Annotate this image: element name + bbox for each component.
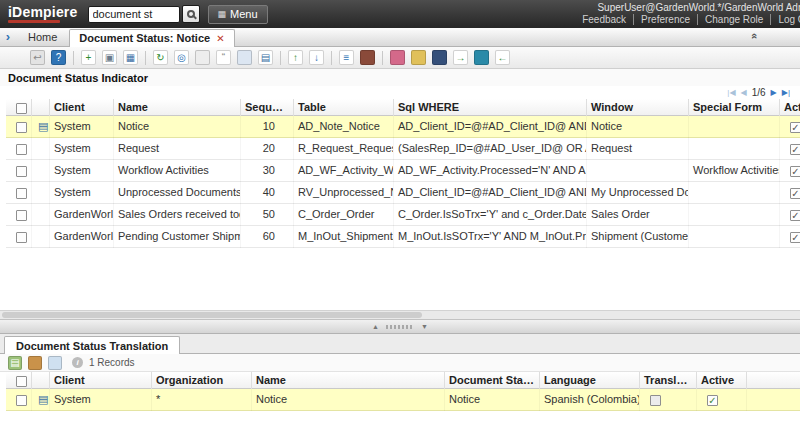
active-checkbox[interactable] xyxy=(790,144,800,155)
delete-record-icon[interactable] xyxy=(28,356,42,370)
print-icon[interactable] xyxy=(237,50,252,65)
records-info-icon: i xyxy=(72,357,83,368)
active-checkbox[interactable] xyxy=(790,188,800,199)
last-page-button[interactable]: ▶| xyxy=(782,88,790,98)
active-checkbox[interactable] xyxy=(790,210,800,221)
table-row-pending-shipments[interactable]: GardenWorld Pending Customer Shipments 6… xyxy=(6,226,800,248)
search-button[interactable] xyxy=(182,5,200,23)
active-checkbox[interactable] xyxy=(707,395,718,406)
cell-table: RV_Unprocessed_Not Pro... xyxy=(294,182,394,204)
col-special-form[interactable]: Special Form xyxy=(689,99,780,116)
col-table[interactable]: Table xyxy=(294,99,394,116)
cell-window: Sales Order xyxy=(587,204,689,226)
report-icon[interactable]: ≡ xyxy=(339,50,354,65)
cell-active xyxy=(697,389,747,411)
next-page-button[interactable]: ▶ xyxy=(771,88,777,98)
translated-checkbox[interactable] xyxy=(650,395,661,406)
find-icon[interactable]: ◎ xyxy=(174,50,189,65)
feedback-link[interactable]: Feedback xyxy=(582,14,626,25)
select-all-checkbox[interactable] xyxy=(16,103,27,114)
refresh-icon[interactable]: ↻ xyxy=(153,50,168,65)
active-checkbox[interactable] xyxy=(790,122,800,133)
grid-toggle-icon[interactable]: ▤ xyxy=(258,50,273,65)
cell-name: Request xyxy=(114,138,241,160)
col-active[interactable]: Active xyxy=(697,372,747,389)
row-checkbox[interactable] xyxy=(16,232,27,243)
tab-home[interactable]: Home xyxy=(16,29,69,45)
toggle-view-icon[interactable]: ▤ xyxy=(8,356,22,370)
copy-record-icon[interactable]: ▣ xyxy=(102,50,117,65)
detail-select-all-checkbox[interactable] xyxy=(16,376,27,387)
table-row-request[interactable]: System Request 20 R_Request_Request (Sal… xyxy=(6,138,800,160)
table-row-unprocessed-documents[interactable]: System Unprocessed Documents 40 RV_Unpro… xyxy=(6,182,800,204)
col-sequence[interactable]: Sequence xyxy=(241,99,294,116)
help-icon[interactable]: ? xyxy=(51,50,66,65)
col-language[interactable]: Language xyxy=(540,372,640,389)
close-tab-icon[interactable]: ✕ xyxy=(216,33,224,44)
change-role-link[interactable]: Change Role xyxy=(697,14,763,25)
active-checkbox[interactable] xyxy=(790,232,800,243)
table-row-workflow-activities[interactable]: System Workflow Activities 30 AD_WF_Acti… xyxy=(6,160,800,182)
customize-grid-icon[interactable] xyxy=(48,356,62,370)
cell-select xyxy=(6,116,32,138)
import-icon[interactable]: ← xyxy=(495,50,510,65)
col-name[interactable]: Name xyxy=(252,372,445,389)
splitter-grip[interactable] xyxy=(386,325,414,329)
row-checkbox[interactable] xyxy=(16,144,27,155)
zoom-across-icon[interactable] xyxy=(474,50,489,65)
panel-splitter[interactable]: ▲ ▼ xyxy=(0,319,800,334)
col-client[interactable]: Client xyxy=(50,99,114,116)
request-icon[interactable] xyxy=(390,50,405,65)
chat-icon[interactable]: “ xyxy=(216,50,231,65)
col-organization[interactable]: Organization xyxy=(152,372,252,389)
export-icon[interactable] xyxy=(411,50,426,65)
save-icon[interactable]: ▦ xyxy=(123,50,138,65)
detail-record-icon[interactable]: ↓ xyxy=(309,50,324,65)
splitter-collapse-down-icon[interactable]: ▼ xyxy=(421,322,428,331)
csv-import-icon[interactable]: → xyxy=(453,50,468,65)
ignore-icon[interactable]: ↩ xyxy=(30,50,45,65)
translation-row[interactable]: ▤ System * Notice Notice Spanish (Colomb… xyxy=(6,389,800,411)
search-input[interactable] xyxy=(88,6,180,23)
cell-row-indicator xyxy=(32,138,50,160)
detail-empty-area xyxy=(0,411,800,446)
row-checkbox[interactable] xyxy=(16,122,27,133)
col-active[interactable]: Active xyxy=(780,99,800,116)
splitter-collapse-up-icon[interactable]: ▲ xyxy=(372,322,379,331)
preference-link[interactable]: Preference xyxy=(633,14,690,25)
table-row-notice[interactable]: ▤ System Notice 10 AD_Note_Notice AD_Cli… xyxy=(6,116,800,138)
first-page-button[interactable]: |◀ xyxy=(727,88,735,98)
parent-record-icon[interactable]: ↑ xyxy=(288,50,303,65)
database-export-icon[interactable] xyxy=(432,50,447,65)
toolbar-separator xyxy=(145,51,146,65)
cell-sequence: 30 xyxy=(241,160,294,182)
new-record-icon[interactable]: + xyxy=(81,50,96,65)
prev-page-button[interactable]: ◀ xyxy=(741,88,747,98)
horizontal-scrollbar-thumb[interactable] xyxy=(2,312,422,318)
tab-document-status-notice[interactable]: Document Status: Notice ✕ xyxy=(69,29,234,47)
logout-link[interactable]: Log Out xyxy=(770,14,800,25)
col-translated[interactable]: Translated xyxy=(640,372,697,389)
row-checkbox[interactable] xyxy=(16,395,27,406)
row-checkbox[interactable] xyxy=(16,166,27,177)
archive-icon[interactable] xyxy=(360,50,375,65)
col-window[interactable]: Window xyxy=(587,99,689,116)
cell-special-form xyxy=(689,182,780,204)
table-row-sales-orders[interactable]: GardenWorld Sales Orders received today … xyxy=(6,204,800,226)
menu-button[interactable]: ▦ Menu xyxy=(208,5,268,24)
col-name[interactable]: Name xyxy=(114,99,241,116)
col-document-status[interactable]: Document Status xyxy=(445,372,540,389)
tab-document-status-translation[interactable]: Document Status Translation xyxy=(4,336,180,354)
col-sql-where[interactable]: Sql WHERE xyxy=(394,99,587,116)
row-checkbox[interactable] xyxy=(16,188,27,199)
record-edit-icon[interactable]: ▤ xyxy=(38,393,48,405)
cell-table: M_InOut_Shipment/Receipt xyxy=(294,226,394,248)
record-edit-icon[interactable]: ▤ xyxy=(38,120,48,132)
row-checkbox[interactable] xyxy=(16,210,27,221)
active-checkbox[interactable] xyxy=(790,166,800,177)
col-client[interactable]: Client xyxy=(50,372,152,389)
attachment-icon[interactable] xyxy=(195,50,210,65)
collapse-header-icon[interactable]: « xyxy=(749,33,761,39)
horizontal-scrollbar[interactable] xyxy=(0,310,800,319)
expand-sidebar-icon[interactable]: › xyxy=(0,29,16,45)
